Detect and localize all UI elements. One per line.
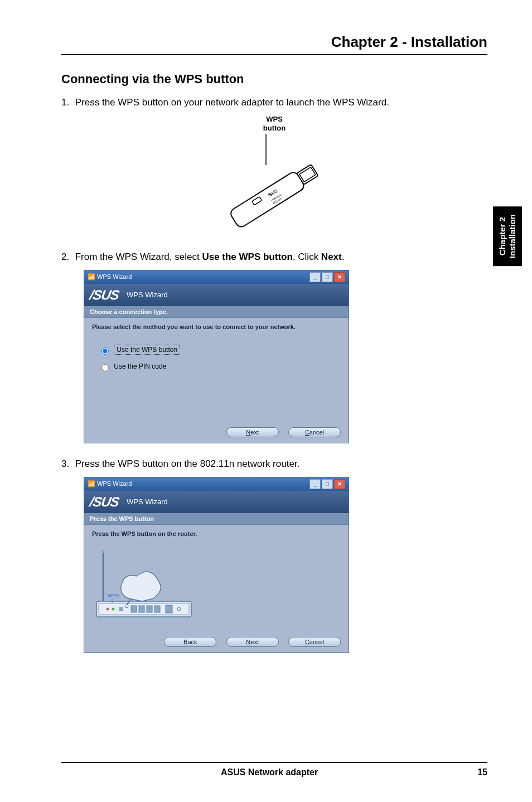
next-button[interactable]: Next	[226, 637, 279, 647]
svg-rect-16	[139, 606, 144, 612]
radio-wps-input[interactable]	[101, 347, 109, 355]
titlebar: 📶 WPS Wizard _ □ ✕	[84, 477, 349, 491]
brand-bar: /SUS WPS Wizard	[84, 491, 349, 513]
brand-bar: /SUS WPS Wizard	[84, 284, 349, 306]
wps-router-label: WPS	[108, 593, 119, 598]
svg-rect-19	[166, 605, 172, 613]
wizard-instruction: Press the WPS button on the router.	[92, 530, 341, 537]
step-1-number: 1.	[61, 96, 72, 109]
step-3: 3. Press the WPS button on the 802.11n n…	[61, 458, 487, 470]
window-icon: 📶	[88, 273, 95, 280]
next-u: N	[246, 639, 250, 645]
wizard-caption: Press the WPS button	[84, 513, 349, 525]
footer-product: ASUS Network adapter	[221, 767, 318, 777]
window-title: WPS Wizard	[97, 480, 132, 487]
side-tab-line1: Chapter 2	[497, 217, 507, 255]
step-1-text: Press the WPS button on your network ada…	[75, 97, 389, 108]
cancel-button[interactable]: Cancel	[288, 637, 341, 647]
chapter-title: Chapter 2 - Installation	[61, 33, 487, 51]
cancel-button[interactable]: Cancel	[288, 427, 341, 437]
window-icon: 📶	[88, 480, 95, 487]
svg-point-12	[107, 607, 109, 610]
close-button[interactable]: ✕	[334, 479, 345, 489]
step-2-text-pre: From the WPS Wizard, select	[75, 252, 202, 262]
svg-point-21	[125, 605, 128, 608]
wps-wizard-1: 📶 WPS Wizard _ □ ✕ /SUS WPS Wizard Choos…	[84, 270, 349, 443]
svg-rect-17	[147, 606, 152, 612]
radio-pin-input[interactable]	[101, 364, 109, 371]
router-illustration: WPS	[92, 548, 204, 621]
step-2-post: .	[342, 252, 345, 262]
cancel-u: C	[305, 639, 309, 645]
window-title: WPS Wizard	[97, 273, 132, 280]
wizard-caption: Choose a connection type.	[84, 306, 349, 318]
step-2-bold1: Use the WPS button	[202, 252, 292, 262]
wps-label-line2: button	[61, 124, 487, 132]
svg-point-13	[112, 607, 115, 610]
brand-tag: WPS Wizard	[127, 291, 168, 299]
step-2-number: 2.	[61, 251, 72, 263]
wps-wizard-2: 📶 WPS Wizard _ □ ✕ /SUS WPS Wizard Press…	[84, 477, 349, 653]
section-title: Connecting via the WPS button	[61, 72, 487, 86]
step-3-number: 3.	[61, 458, 72, 470]
asus-logo: /SUS	[89, 494, 120, 510]
svg-point-9	[101, 550, 105, 553]
maximize-button[interactable]: □	[322, 272, 333, 282]
asus-logo: /SUS	[89, 287, 120, 303]
wps-label-line1: WPS	[61, 115, 487, 123]
svg-rect-1	[229, 170, 306, 229]
radio-pin-label: Use the PIN code	[114, 363, 166, 370]
maximize-button[interactable]: □	[322, 479, 333, 489]
minimize-button[interactable]: _	[309, 272, 321, 282]
brand-tag: WPS Wizard	[127, 497, 168, 506]
side-tab: Chapter 2 Installation	[493, 206, 522, 266]
svg-rect-18	[154, 606, 160, 612]
step-1: 1. Press the WPS button on your network …	[61, 96, 487, 109]
step-2-mid: . Click	[293, 252, 321, 262]
step-2-bold2: Next	[321, 252, 342, 262]
minimize-button[interactable]: _	[309, 479, 321, 489]
side-tab-line2: Installation	[507, 214, 517, 258]
footer-rule	[61, 762, 487, 763]
adapter-illustration: /SUS USB-N11 802.11n	[205, 134, 344, 234]
radio-wps-button[interactable]: Use the WPS button	[99, 346, 341, 355]
back-u: B	[183, 639, 187, 645]
titlebar: 📶 WPS Wizard _ □ ✕	[84, 270, 349, 284]
footer-page-num: 15	[477, 767, 487, 777]
close-button[interactable]: ✕	[334, 272, 345, 282]
figure-adapter: WPS button /SUS USB-N11 802.11n	[61, 115, 487, 236]
next-u: N	[246, 429, 250, 436]
next-button[interactable]: Next	[226, 427, 279, 437]
back-button[interactable]: Back	[164, 637, 216, 647]
radio-pin-code[interactable]: Use the PIN code	[99, 363, 341, 371]
svg-rect-15	[131, 606, 137, 612]
svg-rect-14	[119, 607, 123, 611]
step-2: 2. From the WPS Wizard, select Use the W…	[61, 251, 487, 263]
cancel-u: C	[305, 429, 309, 436]
radio-wps-label: Use the WPS button	[114, 345, 180, 355]
header-rule	[61, 54, 487, 55]
wizard-instruction: Please select the method you want to use…	[92, 323, 341, 330]
step-3-text: Press the WPS button on the 802.11n netw…	[75, 458, 300, 469]
